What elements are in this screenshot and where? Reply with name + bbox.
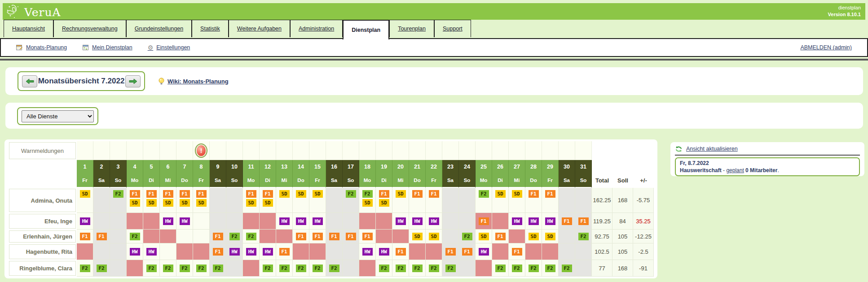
roster-cell-day-29[interactable]: F2 <box>542 260 559 277</box>
roster-cell-day-1[interactable]: HW <box>77 213 93 230</box>
roster-cell-day-25[interactable]: HW <box>476 243 492 260</box>
roster-cell-day-10[interactable]: HW <box>226 243 243 260</box>
roster-cell-day-12[interactable] <box>260 230 276 243</box>
roster-cell-day-3[interactable] <box>110 243 127 260</box>
roster-cell-day-26[interactable]: SD <box>492 188 509 213</box>
roster-cell-day-11[interactable] <box>243 213 260 230</box>
roster-cell-day-2[interactable] <box>93 243 110 260</box>
roster-cell-day-4[interactable]: F2 <box>127 230 143 243</box>
roster-cell-day-23[interactable] <box>442 230 459 243</box>
roster-cell-day-30[interactable] <box>559 230 575 243</box>
roster-cell-day-25[interactable] <box>476 260 492 277</box>
roster-cell-day-28[interactable]: HW <box>525 213 542 230</box>
roster-cell-day-21[interactable]: F1 <box>409 188 426 213</box>
roster-cell-day-17[interactable] <box>343 213 359 230</box>
roster-cell-day-11[interactable]: HW <box>243 243 260 260</box>
roster-cell-day-6[interactable]: F1SD <box>160 188 176 213</box>
roster-cell-day-27[interactable]: F2 <box>509 260 525 277</box>
roster-cell-day-23[interactable] <box>442 213 459 230</box>
roster-cell-day-21[interactable]: F2 <box>409 260 426 277</box>
roster-cell-day-16[interactable]: F2 <box>326 260 343 277</box>
roster-cell-day-22[interactable]: F2 <box>426 260 442 277</box>
roster-cell-day-19[interactable]: F1SD <box>376 188 392 213</box>
roster-cell-day-20[interactable] <box>392 230 409 243</box>
roster-cell-day-19[interactable] <box>376 213 392 230</box>
wiki-link[interactable]: Wiki: Monats-Planung <box>167 78 229 85</box>
roster-cell-day-1[interactable] <box>77 243 93 260</box>
roster-cell-day-19[interactable]: F2 <box>376 260 392 277</box>
subnav-mein-dienstplan[interactable]: Mein Dienstplan <box>82 44 132 51</box>
roster-cell-day-12[interactable] <box>260 213 276 230</box>
roster-cell-day-9[interactable] <box>210 188 226 213</box>
roster-cell-day-8[interactable] <box>193 213 210 230</box>
roster-cell-day-22[interactable]: F1 <box>426 188 442 213</box>
roster-cell-day-17[interactable]: F1 <box>343 230 359 243</box>
roster-cell-day-1[interactable]: F2 <box>77 260 93 277</box>
roster-cell-day-29[interactable]: HW <box>542 213 559 230</box>
roster-cell-day-15[interactable]: F1 <box>309 230 326 243</box>
roster-cell-day-24[interactable]: F1 <box>459 243 476 260</box>
tab-dienstplan[interactable]: Dienstplan <box>343 20 389 40</box>
roster-cell-day-29[interactable]: SD <box>542 230 559 243</box>
roster-cell-day-12[interactable]: F2 <box>260 260 276 277</box>
roster-cell-day-27[interactable]: SD <box>509 188 525 213</box>
roster-cell-day-15[interactable] <box>309 243 326 260</box>
roster-cell-day-22[interactable]: HW <box>426 213 442 230</box>
roster-cell-day-31[interactable]: F1 <box>575 213 592 230</box>
roster-cell-day-18[interactable]: F2SD <box>359 188 376 213</box>
employee-name[interactable]: Ringelblume, Clara <box>8 260 77 277</box>
roster-cell-day-8[interactable]: F2 <box>193 260 210 277</box>
warning-icon[interactable]: ! <box>197 145 206 156</box>
roster-cell-day-28[interactable]: F1 <box>525 188 542 213</box>
roster-cell-day-8[interactable] <box>193 230 210 243</box>
roster-cell-day-23[interactable] <box>442 188 459 213</box>
roster-cell-day-4[interactable]: HW <box>127 243 143 260</box>
employee-name[interactable]: Erlenhain, Jürgen <box>8 230 77 243</box>
roster-cell-day-5[interactable]: F2 <box>143 260 160 277</box>
employee-name[interactable]: Admina, Onuta <box>8 188 77 213</box>
roster-cell-day-3[interactable] <box>110 260 127 277</box>
roster-cell-day-14[interactable] <box>293 243 309 260</box>
roster-cell-day-11[interactable]: F2 <box>243 230 260 243</box>
roster-cell-day-13[interactable] <box>276 230 293 243</box>
roster-cell-day-19[interactable] <box>376 230 392 243</box>
roster-cell-day-4[interactable] <box>127 213 143 230</box>
roster-cell-day-14[interactable]: HW <box>293 213 309 230</box>
roster-cell-day-2[interactable] <box>93 188 110 213</box>
roster-cell-day-16[interactable] <box>326 213 343 230</box>
roster-cell-day-24[interactable] <box>459 188 476 213</box>
roster-cell-day-10[interactable] <box>226 188 243 213</box>
roster-cell-day-20[interactable]: SD <box>392 188 409 213</box>
employee-name[interactable]: Hagenbutte, Rita <box>8 243 77 260</box>
tab-hauptansicht[interactable]: Hauptansicht <box>4 20 53 37</box>
roster-cell-day-13[interactable]: HW <box>276 213 293 230</box>
roster-cell-day-17[interactable] <box>343 243 359 260</box>
roster-cell-day-20[interactable]: F2 <box>392 260 409 277</box>
tab-weitere-aufgaben[interactable]: Weitere Aufgaben <box>229 20 290 37</box>
service-filter-select[interactable]: Alle Dienste <box>22 110 94 122</box>
roster-cell-day-5[interactable]: F1SD <box>143 188 160 213</box>
roster-cell-day-10[interactable] <box>226 260 243 277</box>
roster-cell-day-31[interactable] <box>575 260 592 277</box>
roster-cell-day-28[interactable] <box>525 243 542 260</box>
roster-cell-day-14[interactable]: F2 <box>293 260 309 277</box>
roster-cell-day-13[interactable]: F2 <box>276 260 293 277</box>
prev-month-button[interactable] <box>22 75 37 87</box>
roster-cell-day-14[interactable]: SD <box>293 188 309 213</box>
tab-support[interactable]: Support <box>434 20 471 37</box>
roster-cell-day-14[interactable]: F1 <box>293 230 309 243</box>
roster-cell-day-18[interactable] <box>359 213 376 230</box>
roster-cell-day-31[interactable] <box>575 243 592 260</box>
tab-grundeinstellungen[interactable]: Grundeinstellungen <box>126 20 192 37</box>
roster-cell-day-17[interactable]: F2 <box>343 188 359 213</box>
roster-cell-day-27[interactable]: F1 <box>509 243 525 260</box>
roster-cell-day-18[interactable]: F1 <box>359 230 376 243</box>
subnav-monats-planung[interactable]: Monats-Planung <box>16 44 67 51</box>
roster-cell-day-18[interactable]: HW <box>359 243 376 260</box>
roster-cell-day-13[interactable]: SD <box>276 188 293 213</box>
roster-cell-day-9[interactable]: F1 <box>210 230 226 243</box>
roster-cell-day-18[interactable] <box>359 260 376 277</box>
roster-cell-day-7[interactable]: F1SD <box>176 188 193 213</box>
roster-cell-day-26[interactable] <box>492 213 509 230</box>
roster-cell-day-7[interactable] <box>176 230 193 243</box>
